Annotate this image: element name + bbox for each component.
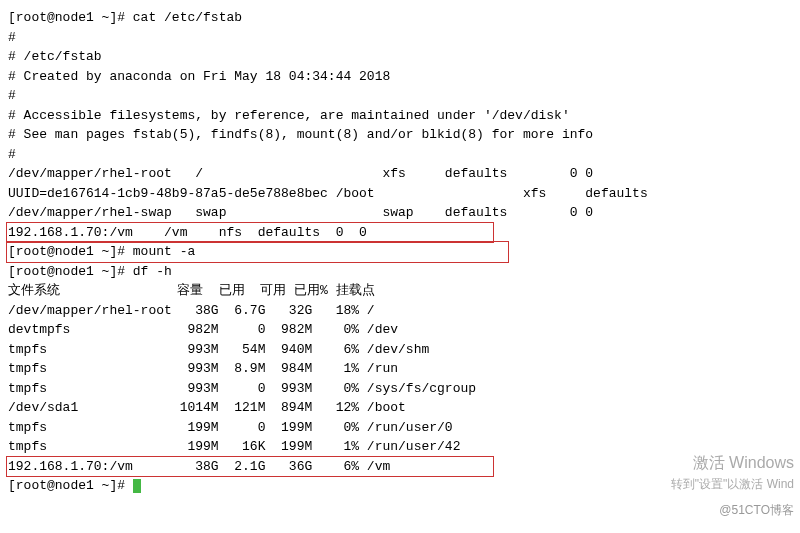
- terminal-line: [root@node1 ~]# cat /etc/fstab: [8, 8, 792, 28]
- watermark-windows-sub: 转到"设置"以激活 Wind: [671, 475, 794, 493]
- df-row: tmpfs 993M 0 993M 0% /sys/fs/cgroup: [8, 379, 792, 399]
- terminal-line: # Accessible filesystems, by reference, …: [8, 106, 792, 126]
- cursor-icon: [133, 479, 141, 493]
- terminal-line: /dev/mapper/rhel-root / xfs defaults 0 0: [8, 164, 792, 184]
- df-row: tmpfs 199M 16K 199M 1% /run/user/42: [8, 437, 792, 457]
- terminal-line: # Created by anaconda on Fri May 18 04:3…: [8, 67, 792, 87]
- df-row: tmpfs 199M 0 199M 0% /run/user/0: [8, 418, 792, 438]
- df-row: /dev/sda1 1014M 121M 894M 12% /boot: [8, 398, 792, 418]
- terminal-line: [root@node1 ~]# df -h: [8, 262, 792, 282]
- terminal-line: /dev/mapper/rhel-swap swap swap defaults…: [8, 203, 792, 223]
- terminal-line: # See man pages fstab(5), findfs(8), mou…: [8, 125, 792, 145]
- terminal-line: #: [8, 86, 792, 106]
- terminal-line: #: [8, 28, 792, 48]
- fstab-nfs-entry: 192.168.1.70:/vm /vm nfs defaults 0 0: [6, 222, 494, 244]
- df-row: /dev/mapper/rhel-root 38G 6.7G 32G 18% /: [8, 301, 792, 321]
- df-nfs-mount-row: 192.168.1.70:/vm 38G 2.1G 36G 6% /vm: [6, 456, 494, 478]
- df-row: tmpfs 993M 54M 940M 6% /dev/shm: [8, 340, 792, 360]
- df-row: tmpfs 993M 8.9M 984M 1% /run: [8, 359, 792, 379]
- mount-command: [root@node1 ~]# mount -a: [6, 241, 509, 263]
- watermark-windows: 激活 Windows: [693, 451, 794, 475]
- terminal-line: #: [8, 145, 792, 165]
- df-row: devtmpfs 982M 0 982M 0% /dev: [8, 320, 792, 340]
- terminal-line: UUID=de167614-1cb9-48b9-87a5-de5e788e8be…: [8, 184, 792, 204]
- df-header: 文件系统 容量 已用 可用 已用% 挂载点: [8, 281, 792, 301]
- watermark-blog: @51CTO博客: [719, 501, 794, 519]
- terminal-line: # /etc/fstab: [8, 47, 792, 67]
